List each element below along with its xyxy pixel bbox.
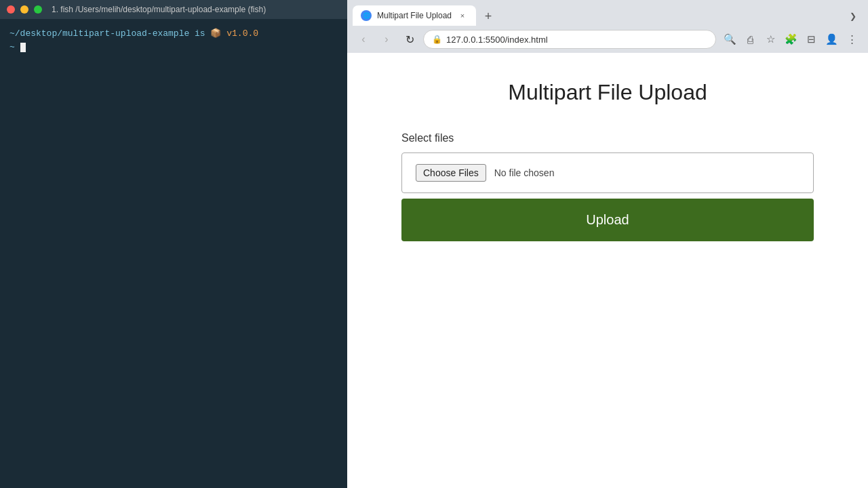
sidebar-button[interactable]: ⊟ xyxy=(802,30,821,49)
no-file-text: No file chosen xyxy=(494,167,555,178)
maximize-traffic-light[interactable] xyxy=(34,5,42,14)
share-icon: ⎙ xyxy=(747,34,753,45)
terminal-prompt-line: ~/desktop/multipart-upload-example is 📦 … xyxy=(9,27,338,41)
close-traffic-light[interactable] xyxy=(7,5,15,14)
terminal-cursor-line: ~ xyxy=(9,41,338,54)
forward-button[interactable]: › xyxy=(377,30,396,49)
refresh-button[interactable]: ↻ xyxy=(400,30,419,49)
file-input-wrapper: Choose Files No file chosen xyxy=(401,152,814,193)
browser-chrome: 🌐 Multipart File Upload × + ❯ ‹ › ↻ 🔒 12… xyxy=(347,0,868,53)
terminal-prompt-text: ~/desktop/multipart-upload-example is 📦 xyxy=(9,28,226,39)
address-bar-row: ‹ › ↻ 🔒 127.0.0.1:5500/index.html 🔍 ⎙ xyxy=(347,26,868,53)
tab-strip: 🌐 Multipart File Upload × + ❯ xyxy=(347,0,868,26)
terminal-body: ~/desktop/multipart-upload-example is 📦 … xyxy=(0,19,347,62)
browser-pane: 🌐 Multipart File Upload × + ❯ ‹ › ↻ 🔒 12… xyxy=(347,0,868,488)
bookmark-button[interactable]: ☆ xyxy=(761,30,780,49)
terminal-cursor xyxy=(20,43,26,52)
profile-button[interactable]: 👤 xyxy=(822,30,841,49)
choose-files-button[interactable]: Choose Files xyxy=(416,164,486,182)
terminal-prompt-symbol: ~ xyxy=(9,42,20,52)
forward-icon: › xyxy=(384,33,388,45)
extensions-icon: 🧩 xyxy=(785,33,797,45)
new-tab-button[interactable]: + xyxy=(479,7,498,26)
menu-icon: ⋮ xyxy=(847,33,857,45)
zoom-button[interactable]: 🔍 xyxy=(720,30,739,49)
address-url: 127.0.0.1:5500/index.html xyxy=(446,35,707,45)
file-form-group: Select files Choose Files No file chosen… xyxy=(401,132,814,241)
active-tab[interactable]: 🌐 Multipart File Upload × xyxy=(353,5,476,26)
tab-favicon: 🌐 xyxy=(361,10,372,21)
back-button[interactable]: ‹ xyxy=(354,30,373,49)
terminal-title-bar: 1. fish /Users/melih/desktop/multipart-u… xyxy=(0,0,347,19)
page-title: Multipart File Upload xyxy=(401,80,814,105)
minimize-traffic-light[interactable] xyxy=(20,5,28,14)
refresh-icon: ↻ xyxy=(406,33,414,46)
tab-title: Multipart File Upload xyxy=(377,11,452,20)
extensions-button[interactable]: 🧩 xyxy=(781,30,800,49)
page-content: Multipart File Upload Select files Choos… xyxy=(347,53,868,488)
lock-icon: 🔒 xyxy=(432,35,442,44)
share-button[interactable]: ⎙ xyxy=(741,30,760,49)
profile-icon: 👤 xyxy=(825,33,838,45)
address-bar[interactable]: 🔒 127.0.0.1:5500/index.html xyxy=(423,30,716,49)
tab-overflow-button[interactable]: ❯ xyxy=(844,7,863,26)
toolbar-icons: 🔍 ⎙ ☆ 🧩 ⊟ 👤 ⋮ xyxy=(720,30,861,49)
bookmark-icon: ☆ xyxy=(766,33,775,45)
tab-close-button[interactable]: × xyxy=(457,10,468,21)
menu-button[interactable]: ⋮ xyxy=(842,30,861,49)
upload-button[interactable]: Upload xyxy=(401,199,814,241)
select-files-label: Select files xyxy=(401,132,814,144)
back-icon: ‹ xyxy=(361,33,365,45)
terminal-title-text: 1. fish /Users/melih/desktop/multipart-u… xyxy=(52,5,266,14)
sidebar-icon: ⊟ xyxy=(807,33,816,45)
zoom-icon: 🔍 xyxy=(724,33,736,45)
terminal-version-text: v1.0.0 xyxy=(226,28,258,39)
terminal-pane: 1. fish /Users/melih/desktop/multipart-u… xyxy=(0,0,347,488)
